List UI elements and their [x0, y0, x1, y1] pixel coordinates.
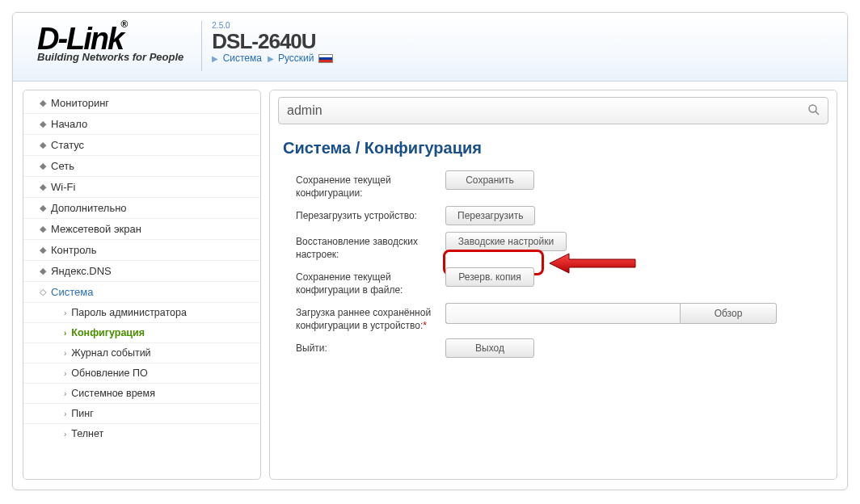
- sidebar-sub-list: ›Пароль администратора ›Конфигурация ›Жу…: [23, 303, 260, 443]
- chevron-right-icon: ›: [64, 329, 66, 338]
- search-bar: [278, 97, 828, 124]
- header: D-Link® Building Networks for People 2.5…: [13, 13, 847, 82]
- sidebar-sub-ping[interactable]: ›Пинг: [23, 404, 260, 424]
- sidebar-item-label: Контроль: [51, 244, 96, 256]
- required-marker: *: [423, 320, 427, 331]
- body: ◆Мониторинг ◆Начало ◆Статус ◆Сеть ◆Wi-Fi…: [13, 82, 847, 489]
- sidebar-item-label: Яндекс.DNS: [51, 265, 112, 277]
- diamond-icon: ◆: [40, 267, 46, 275]
- sidebar-item-label: Система: [51, 286, 93, 298]
- sidebar-sub-label: Обновление ПО: [71, 368, 147, 379]
- sidebar-item-label: Дополнительно: [51, 202, 127, 214]
- config-form: Сохранение текущей конфигурации: Сохрани…: [296, 170, 828, 358]
- row-factory: Восстановление заводских настроек: Завод…: [296, 232, 828, 261]
- sidebar-item-start[interactable]: ◆Начало: [23, 114, 260, 135]
- sidebar: ◆Мониторинг ◆Начало ◆Статус ◆Сеть ◆Wi-Fi…: [23, 90, 261, 480]
- row-backup: Сохранение текущей конфигурации в файле:…: [296, 267, 828, 296]
- sidebar-item-wifi[interactable]: ◆Wi-Fi: [23, 177, 260, 198]
- sidebar-item-system[interactable]: ◇Система: [23, 282, 260, 303]
- sidebar-sub-label: Пинг: [71, 408, 93, 419]
- svg-line-1: [816, 111, 819, 114]
- sidebar-item-label: Сеть: [51, 160, 74, 172]
- sidebar-item-status[interactable]: ◆Статус: [23, 135, 260, 156]
- row-reboot: Перезагрузить устройство: Перезагрузить: [296, 206, 828, 225]
- label-backup: Сохранение текущей конфигурации в файле:: [296, 267, 445, 296]
- browse-button[interactable]: Обзор: [680, 303, 777, 324]
- sidebar-sub-label: Телнет: [71, 428, 103, 439]
- sidebar-item-monitoring[interactable]: ◆Мониторинг: [23, 93, 260, 114]
- app-frame: D-Link® Building Networks for People 2.5…: [12, 12, 848, 490]
- sidebar-sub-configuration[interactable]: ›Конфигурация: [23, 323, 260, 343]
- sidebar-sub-firmware-update[interactable]: ›Обновление ПО: [23, 363, 260, 384]
- brand-tagline: Building Networks for People: [37, 51, 183, 63]
- sidebar-sub-label: Пароль администратора: [71, 307, 187, 318]
- diamond-icon: ◆: [40, 246, 46, 254]
- flag-russia-icon: [318, 54, 333, 63]
- brand-logo: D-Link®: [37, 21, 183, 52]
- chevron-right-icon: ›: [64, 349, 66, 358]
- logout-button[interactable]: Выход: [445, 338, 534, 358]
- label-logout: Выйти:: [296, 338, 445, 355]
- model-block: 2.5.0 DSL-2640U ▶ Система ▶ Русский: [201, 21, 333, 71]
- breadcrumb-sep-icon: ▶: [212, 54, 218, 63]
- factory-reset-button[interactable]: Заводские настройки: [445, 232, 567, 251]
- chevron-right-icon: ›: [64, 309, 66, 317]
- reboot-button[interactable]: Перезагрузить: [445, 206, 535, 225]
- sidebar-item-label: Межсетевой экран: [51, 223, 141, 235]
- diamond-icon: ◆: [40, 162, 46, 170]
- breadcrumb-system-link[interactable]: Система: [223, 52, 262, 64]
- chevron-right-icon: ›: [64, 430, 66, 439]
- sidebar-item-firewall[interactable]: ◆Межсетевой экран: [23, 219, 260, 240]
- label-factory: Восстановление заводских настроек:: [296, 232, 445, 261]
- label-save-config: Сохранение текущей конфигурации:: [296, 170, 445, 200]
- label-reboot: Перезагрузить устройство:: [296, 206, 445, 222]
- sidebar-item-advanced[interactable]: ◆Дополнительно: [23, 198, 260, 219]
- backup-button[interactable]: Резерв. копия: [445, 267, 534, 287]
- breadcrumb: ▶ Система ▶ Русский: [212, 52, 333, 64]
- label-upload: Загрузка раннее сохранённой конфигурации…: [296, 303, 445, 332]
- sidebar-item-network[interactable]: ◆Сеть: [23, 156, 260, 177]
- breadcrumb-language-link[interactable]: Русский: [278, 52, 314, 64]
- search-icon[interactable]: [807, 103, 821, 120]
- file-upload-group: Обзор: [445, 303, 777, 324]
- sidebar-sub-admin-password[interactable]: ›Пароль администратора: [23, 303, 260, 323]
- diamond-icon: ◆: [40, 204, 46, 212]
- file-path-display[interactable]: [445, 303, 680, 324]
- sidebar-sub-telnet[interactable]: ›Телнет: [23, 424, 260, 443]
- sidebar-sub-label: Конфигурация: [71, 327, 145, 338]
- sidebar-item-label: Статус: [51, 139, 84, 151]
- diamond-icon: ◆: [40, 120, 46, 128]
- sidebar-sub-label: Журнал событий: [71, 347, 150, 359]
- sidebar-item-control[interactable]: ◆Контроль: [23, 240, 260, 261]
- svg-point-0: [809, 105, 816, 112]
- row-logout: Выйти: Выход: [296, 338, 828, 358]
- row-save-config: Сохранение текущей конфигурации: Сохрани…: [296, 170, 828, 200]
- breadcrumb-sep-icon: ▶: [268, 54, 274, 63]
- sidebar-item-label: Мониторинг: [51, 97, 109, 109]
- sidebar-item-label: Wi-Fi: [51, 181, 75, 193]
- save-button[interactable]: Сохранить: [445, 170, 534, 190]
- sidebar-sub-label: Системное время: [71, 388, 155, 399]
- device-model: DSL-2640U: [212, 30, 333, 52]
- sidebar-item-yandexdns[interactable]: ◆Яндекс.DNS: [23, 261, 260, 282]
- search-input[interactable]: [285, 103, 807, 119]
- diamond-icon: ◆: [40, 141, 46, 149]
- chevron-right-icon: ›: [64, 410, 66, 418]
- diamond-icon: ◆: [40, 183, 46, 191]
- main-panel: Система / Конфигурация Сохранение текуще…: [269, 90, 837, 480]
- sidebar-item-label: Начало: [51, 118, 87, 130]
- logo-block: D-Link® Building Networks for People: [37, 21, 183, 63]
- page-title: Система / Конфигурация: [283, 139, 828, 158]
- chevron-right-icon: ›: [64, 389, 66, 398]
- logo-registered: ®: [120, 19, 126, 30]
- diamond-open-icon: ◇: [40, 288, 46, 296]
- row-upload: Загрузка раннее сохранённой конфигурации…: [296, 303, 828, 332]
- sidebar-sub-event-log[interactable]: ›Журнал событий: [23, 343, 260, 363]
- chevron-right-icon: ›: [64, 369, 66, 378]
- diamond-icon: ◆: [40, 225, 46, 233]
- diamond-icon: ◆: [40, 99, 46, 107]
- sidebar-sub-system-time[interactable]: ›Системное время: [23, 384, 260, 404]
- label-upload-text: Загрузка раннее сохранённой конфигурации…: [296, 307, 431, 331]
